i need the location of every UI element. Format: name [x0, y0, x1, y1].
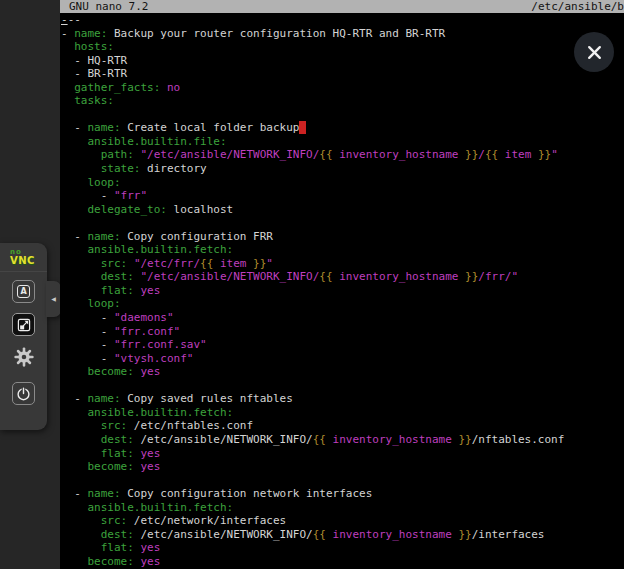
- editor-content[interactable]: ---- name: Backup your router configurat…: [61, 13, 624, 569]
- code-line: - name: Create local folder backup: [61, 121, 624, 135]
- code-line: [61, 379, 624, 393]
- close-button[interactable]: [574, 32, 614, 72]
- gear-icon: [13, 346, 35, 368]
- close-icon: [586, 44, 603, 61]
- code-line: become: yes: [61, 460, 624, 474]
- nano-file-path: /etc/ansible/b: [531, 0, 624, 13]
- code-line: flat: yes: [61, 284, 624, 298]
- code-line: ansible.builtin.file:: [61, 135, 624, 149]
- code-line: ---: [61, 13, 624, 27]
- code-line: [61, 216, 624, 230]
- code-line: - "frr": [61, 189, 624, 203]
- code-line: - name: Copy saved rules nftables: [61, 392, 624, 406]
- novnc-logo-bottom: VNC: [10, 256, 35, 266]
- nano-app-title: GNU nano 7.2: [69, 0, 148, 13]
- control-bar-divider: [0, 271, 47, 272]
- code-line: flat: yes: [61, 447, 624, 461]
- fullscreen-button[interactable]: [12, 313, 35, 336]
- code-line: src: "/etc/frr/{{ item }}": [61, 257, 624, 271]
- settings-button[interactable]: [12, 345, 35, 368]
- vnc-control-bar: no VNC A: [0, 243, 47, 430]
- collapse-arrow-icon: ◀: [51, 296, 56, 302]
- vnc-page-background: no VNC A: [0, 0, 60, 569]
- code-line: path: "/etc/ansible/NETWORK_INFO/{{ inve…: [61, 148, 624, 162]
- fullscreen-icon: [16, 317, 32, 333]
- code-line: tasks:: [61, 94, 624, 108]
- code-line: - "daemons": [61, 311, 624, 325]
- code-line: - "frr.conf": [61, 325, 624, 339]
- code-line: loop:: [61, 297, 624, 311]
- power-disconnect-button[interactable]: [12, 382, 35, 405]
- code-line: ansible.builtin.fetch:: [61, 243, 624, 257]
- code-line: - "frr.conf.sav": [61, 338, 624, 352]
- code-line: become: yes: [61, 365, 624, 379]
- novnc-logo: no VNC: [10, 249, 35, 266]
- code-line: gather_facts: no: [61, 81, 624, 95]
- code-line: ansible.builtin.fetch:: [61, 501, 624, 515]
- extra-keys-button[interactable]: A: [12, 280, 35, 303]
- control-bar-handle[interactable]: ◀: [46, 281, 61, 317]
- vnc-terminal-screen[interactable]: GNU nano 7.2 /etc/ansible/b ---- name: B…: [60, 0, 624, 569]
- code-line: state: directory: [61, 162, 624, 176]
- code-line: dest: "/etc/ansible/NETWORK_INFO/{{ inve…: [61, 270, 624, 284]
- code-line: - "vtysh.conf": [61, 352, 624, 366]
- code-line: - BR-RTR: [61, 67, 624, 81]
- code-line: - name: Copy configuration FRR: [61, 230, 624, 244]
- code-line: dest: /etc/ansible/NETWORK_INFO/{{ inven…: [61, 433, 624, 447]
- code-line: src: /etc/nftables.conf: [61, 419, 624, 433]
- code-line: - name: Backup your router configuration…: [61, 27, 624, 41]
- code-line: - name: Copy configuration network inter…: [61, 487, 624, 501]
- code-line: flat: yes: [61, 541, 624, 555]
- code-line: [61, 474, 624, 488]
- code-line: [61, 108, 624, 122]
- code-line: delegate_to: localhost: [61, 203, 624, 217]
- power-icon: [15, 385, 32, 402]
- extra-keys-icon: A: [17, 285, 30, 298]
- code-line: hosts:: [61, 40, 624, 54]
- code-line: - HQ-RTR: [61, 54, 624, 68]
- nano-titlebar: GNU nano 7.2 /etc/ansible/b: [60, 0, 624, 13]
- code-line: src: /etc/network/interfaces: [61, 514, 624, 528]
- code-line: become: yes: [61, 555, 624, 569]
- code-line: loop:: [61, 176, 624, 190]
- code-line: ansible.builtin.fetch:: [61, 406, 624, 420]
- code-line: dest: /etc/ansible/NETWORK_INFO/{{ inven…: [61, 528, 624, 542]
